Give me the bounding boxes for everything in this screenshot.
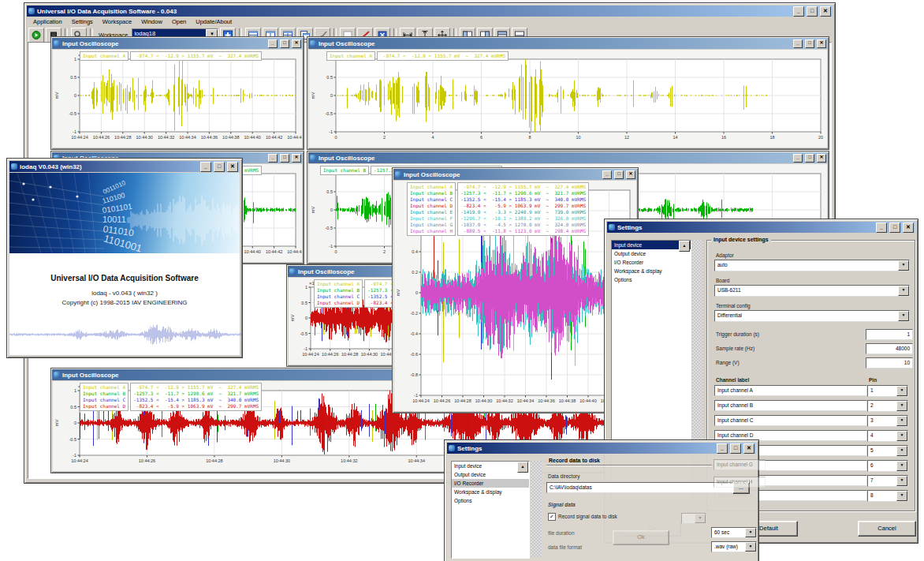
scope-mid-right-close-button[interactable]: ✕ bbox=[817, 154, 826, 163]
splash-close-button[interactable]: ✕ bbox=[227, 162, 238, 172]
nav-item-i-o-recorder[interactable]: I/O Recorder bbox=[452, 479, 529, 488]
channel-label-field-3[interactable]: Input channel C bbox=[714, 415, 867, 426]
range-field[interactable]: 10 bbox=[866, 357, 913, 368]
pin-combo-2[interactable]: 2▼ bbox=[867, 400, 908, 412]
toolbar-play-button[interactable] bbox=[28, 28, 44, 43]
scope-mid-left-maximize-button[interactable]: □ bbox=[280, 154, 289, 163]
minimize-button[interactable]: _ bbox=[793, 6, 804, 17]
settings2-minimize-button[interactable]: _ bbox=[717, 443, 728, 454]
menu-application[interactable]: Application bbox=[28, 17, 67, 26]
scope-mid-left-minimize-button[interactable]: _ bbox=[268, 154, 278, 163]
scope-mid-right-titlebar[interactable]: Input Oscilloscope_□✕ bbox=[308, 152, 828, 163]
pin-combo-8[interactable]: 8▼ bbox=[867, 490, 908, 502]
settings1-list-scroll-up[interactable]: ▲ bbox=[679, 241, 690, 252]
pin-combo-7[interactable]: 7▼ bbox=[867, 475, 908, 487]
settings2-splitter[interactable] bbox=[531, 461, 542, 557]
data-directory-field[interactable]: C:\IAV\iodaq\datas bbox=[546, 482, 734, 493]
file-duration-combo[interactable]: 60 sec▼ bbox=[711, 527, 757, 538]
scope-top-left-minimize-button[interactable]: _ bbox=[268, 39, 278, 48]
splash-maximize-button[interactable]: □ bbox=[214, 162, 225, 172]
pin-dropdown-icon-1[interactable]: ▼ bbox=[896, 386, 907, 396]
pin-dropdown-icon-7[interactable]: ▼ bbox=[896, 476, 907, 486]
maximize-button[interactable]: □ bbox=[807, 6, 818, 17]
legend-label-A: Input channel A bbox=[330, 53, 372, 59]
pin-combo-5[interactable]: 5▼ bbox=[867, 445, 908, 457]
trigger-duration-field[interactable]: 1 bbox=[866, 329, 913, 340]
svg-text:10:44:30: 10:44:30 bbox=[136, 135, 152, 140]
scope-center-maximize-button[interactable]: □ bbox=[614, 170, 624, 179]
menu-workspace[interactable]: Workspace bbox=[98, 17, 136, 26]
settings2-title: Settings bbox=[457, 445, 482, 452]
scope-top-left-close-button[interactable]: ✕ bbox=[292, 39, 301, 48]
scope-top-right-titlebar[interactable]: Input Oscilloscope_□✕ bbox=[308, 38, 828, 49]
data-file-format-dropdown-icon[interactable]: ▼ bbox=[745, 542, 756, 552]
scope-top-right-close-button[interactable]: ✕ bbox=[817, 39, 826, 48]
splash-titlebar[interactable]: iodaq V0.043 (win32) _ □ ✕ bbox=[9, 161, 240, 172]
pin-combo-1[interactable]: 1▼ bbox=[867, 385, 908, 397]
settings2-list-scroll-up[interactable]: ▲ bbox=[517, 462, 528, 473]
pin-dropdown-icon-6[interactable]: ▼ bbox=[896, 461, 907, 471]
splash-ghost-waveform bbox=[9, 314, 241, 355]
nav-item-options[interactable]: Options bbox=[452, 496, 529, 505]
pin-dropdown-icon-5[interactable]: ▼ bbox=[896, 446, 907, 456]
splash-minimize-button[interactable]: _ bbox=[200, 162, 211, 172]
settings1-close-button[interactable]: ✕ bbox=[903, 223, 914, 233]
scope-window-title: Input Oscilloscope bbox=[298, 268, 355, 275]
svg-text:18: 18 bbox=[769, 135, 774, 140]
adaptor-combo[interactable]: auto▼ bbox=[714, 260, 910, 271]
settings2-titlebar[interactable]: Settings _ □ ✕ bbox=[447, 443, 756, 454]
sample-rate-field[interactable]: 48000 bbox=[866, 343, 913, 354]
nav-item-i-o-recorder[interactable]: I/O Recorder bbox=[612, 258, 691, 267]
settings2-close-button[interactable]: ✕ bbox=[743, 443, 754, 454]
settings1-titlebar[interactable]: Settings _ □ ✕ bbox=[607, 222, 915, 233]
scope-mid-right-maximize-button[interactable]: □ bbox=[805, 154, 814, 163]
main-titlebar[interactable]: Universal I/O Data Acquisition Software … bbox=[27, 6, 833, 17]
file-duration-dropdown-icon[interactable]: ▼ bbox=[745, 528, 756, 537]
board-dropdown-icon[interactable]: ▼ bbox=[898, 286, 909, 296]
pin-combo-6[interactable]: 6▼ bbox=[867, 460, 908, 472]
pin-combo-3[interactable]: 3▼ bbox=[867, 415, 908, 427]
channel-label-field-1[interactable]: Input channel A bbox=[714, 385, 867, 396]
scope-mid-right-minimize-button[interactable]: _ bbox=[793, 154, 803, 163]
record-signal-checkbox[interactable]: ✓ bbox=[548, 513, 556, 521]
scope-top-left-maximize-button[interactable]: □ bbox=[280, 39, 289, 48]
pin-dropdown-icon-8[interactable]: ▼ bbox=[896, 491, 907, 501]
scope-center-titlebar[interactable]: Input Oscilloscope_□✕ bbox=[393, 169, 637, 180]
channel-label-field-2[interactable]: Input channel B bbox=[714, 400, 867, 411]
menu-open[interactable]: Open bbox=[167, 17, 191, 26]
nav-item-workspace-display[interactable]: Workspace & display bbox=[452, 488, 529, 496]
nav-item-workspace-display[interactable]: Workspace & display bbox=[612, 267, 691, 275]
nav-item-options[interactable]: Options bbox=[612, 275, 691, 284]
menu-settings[interactable]: Settings bbox=[67, 17, 98, 26]
menu-window[interactable]: Window bbox=[136, 17, 167, 26]
scope-top-right-maximize-button[interactable]: □ bbox=[805, 39, 814, 48]
svg-text:10:44:44: 10:44:44 bbox=[287, 135, 302, 140]
pin-dropdown-icon-4[interactable]: ▼ bbox=[896, 431, 907, 441]
scope-center-minimize-button[interactable]: _ bbox=[602, 170, 612, 179]
adaptor-dropdown-icon[interactable]: ▼ bbox=[898, 260, 909, 271]
svg-text:10:44:34: 10:44:34 bbox=[179, 135, 196, 140]
menu-update-about[interactable]: Update/About bbox=[191, 17, 237, 26]
oscilloscope-icon bbox=[54, 372, 60, 378]
adaptor-value: auto bbox=[715, 260, 898, 271]
scope-center-close-button[interactable]: ✕ bbox=[626, 170, 635, 179]
svg-text:10:44:28: 10:44:28 bbox=[341, 352, 358, 357]
pin-dropdown-icon-2[interactable]: ▼ bbox=[896, 401, 907, 411]
terminal-config-combo[interactable]: Differential▼ bbox=[714, 310, 910, 322]
settings2-icon bbox=[449, 445, 455, 451]
scope-top-left-titlebar[interactable]: Input Oscilloscope_□✕ bbox=[52, 38, 303, 49]
svg-text:10:44:26: 10:44:26 bbox=[434, 398, 450, 403]
terminal-dropdown-icon[interactable]: ▼ bbox=[898, 311, 909, 321]
pin-dropdown-icon-3[interactable]: ▼ bbox=[896, 416, 907, 426]
settings1-minimize-button[interactable]: _ bbox=[876, 223, 887, 233]
settings1-maximize-button[interactable]: □ bbox=[889, 223, 900, 233]
scope-top-right-minimize-button[interactable]: _ bbox=[793, 39, 803, 48]
settings2-maximize-button[interactable]: □ bbox=[730, 443, 741, 454]
ghost-ok-button: Ok bbox=[613, 530, 669, 545]
cancel-button[interactable]: Cancel bbox=[858, 521, 916, 537]
board-combo[interactable]: USB-6211▼ bbox=[714, 285, 910, 297]
scope-mid-left-close-button[interactable]: ✕ bbox=[292, 154, 301, 163]
pin-combo-4[interactable]: 4▼ bbox=[867, 430, 908, 442]
close-button[interactable]: ✕ bbox=[820, 6, 831, 17]
data-file-format-combo[interactable]: .wav (raw)▼ bbox=[711, 541, 757, 552]
